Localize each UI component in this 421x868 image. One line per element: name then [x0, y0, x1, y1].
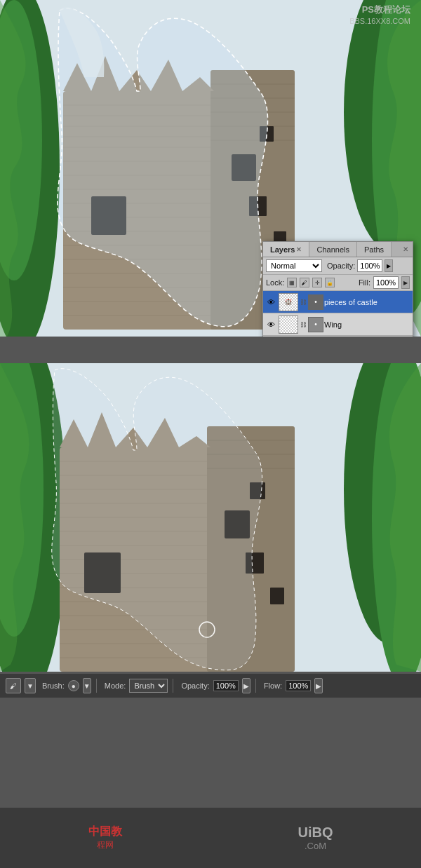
lock-image-btn[interactable]: 🖌 [300, 278, 309, 287]
flow-label: Flow: [264, 681, 282, 690]
bottom-bar: 中国教 程网 UiBQ .CoM [0, 806, 421, 868]
logo-1-text: 中国教 [88, 825, 122, 839]
logo-2-sub: .CoM [298, 841, 333, 851]
panel-tabs: Layers ✕ Channels Paths ✕ [263, 242, 413, 257]
brush-preview[interactable]: ● [68, 680, 79, 691]
opacity-label: Opacity: [327, 262, 355, 270]
watermark-line2: BBS.16XX8.COM [349, 16, 410, 27]
fill-arrow[interactable]: ▶ [401, 276, 410, 289]
tab-channels[interactable]: Channels [309, 242, 356, 257]
opacity-value: 100% [213, 680, 239, 691]
lock-row: Lock: ▦ 🖌 ✛ 🔒 Fill: ▶ [263, 275, 413, 291]
lock-label: Lock: [266, 278, 284, 287]
chain-icon-2: ⛓ [300, 321, 307, 328]
opacity-label: Opacity: [181, 681, 209, 690]
lock-all-btn[interactable]: 🔒 [325, 278, 335, 287]
fill-label: Fill: [359, 278, 370, 287]
logo-1-sub: 程网 [88, 839, 122, 851]
tab-paths[interactable]: Paths [357, 242, 392, 257]
layer-mask-2: • [308, 317, 323, 332]
canvas-top: PS教程论坛 BBS.16XX8.COM Layers ✕ Channels P… [0, 0, 421, 337]
brush-label: Brush: [42, 681, 65, 690]
lock-pixels-btn[interactable]: ▦ [287, 278, 297, 287]
canvas-bottom [0, 363, 421, 672]
watermark-top: PS教程论坛 BBS.16XX8.COM [349, 4, 410, 27]
sep-3 [255, 679, 256, 693]
layer-name-1: pieces of castle [324, 298, 411, 306]
opacity-arrow[interactable]: ▶ [385, 259, 393, 272]
layer-visibility-toggle-1[interactable]: 👁 [265, 296, 277, 308]
svg-rect-65 [270, 588, 284, 604]
layer-item-lizard[interactable]: 👁 🦎 Lizard [263, 336, 413, 337]
chain-icon-1: ⛓ [300, 299, 307, 306]
mode-select[interactable]: Brush [129, 679, 168, 693]
blend-opacity-row: Normal Opacity: 100% ▶ [263, 257, 413, 275]
opacity-input[interactable]: 100% [357, 259, 382, 272]
sep-2 [173, 679, 173, 693]
flow-value: 100% [286, 680, 311, 691]
layer-thumb-1: 🏰 [279, 293, 298, 311]
layer-name-2: Wing [324, 320, 411, 329]
layer-thumb-2 [279, 316, 298, 334]
logo-2-text: UiBQ [298, 825, 333, 841]
lock-position-btn[interactable]: ✛ [312, 278, 322, 287]
bottom-toolbar: 🖌 ▼ Brush: ● ▼ Mode: Brush Opacity: 100%… [0, 673, 421, 698]
blend-mode-select[interactable]: Normal [266, 259, 322, 272]
fill-input[interactable] [373, 276, 399, 289]
layer-mask-1: • [308, 294, 323, 310]
tool-mode-btn[interactable]: ▼ [25, 678, 36, 693]
mode-label: Mode: [105, 681, 126, 690]
logo-2: UiBQ .CoM [298, 825, 333, 851]
panel-close-button[interactable]: ✕ [399, 242, 413, 257]
opacity-arrow[interactable]: ▶ [242, 678, 250, 693]
brush-arrow[interactable]: ▼ [83, 678, 91, 693]
flow-arrow[interactable]: ▶ [314, 678, 323, 693]
layer-item-wing[interactable]: 👁 ⛓ • Wing [263, 313, 413, 336]
sep-1 [96, 679, 97, 693]
tab-layers[interactable]: Layers ✕ [263, 242, 309, 257]
layer-item-pieces-of-castle[interactable]: 👁 🏰 ⛓ • pieces of castle [263, 291, 413, 313]
logo-1: 中国教 程网 [88, 825, 122, 851]
layer-visibility-toggle-2[interactable]: 👁 [265, 318, 277, 331]
watermark-line1: PS教程论坛 [349, 4, 410, 16]
tool-brush-btn[interactable]: 🖌 [6, 678, 21, 693]
layers-panel: Layers ✕ Channels Paths ✕ Normal Opacity… [262, 241, 413, 337]
